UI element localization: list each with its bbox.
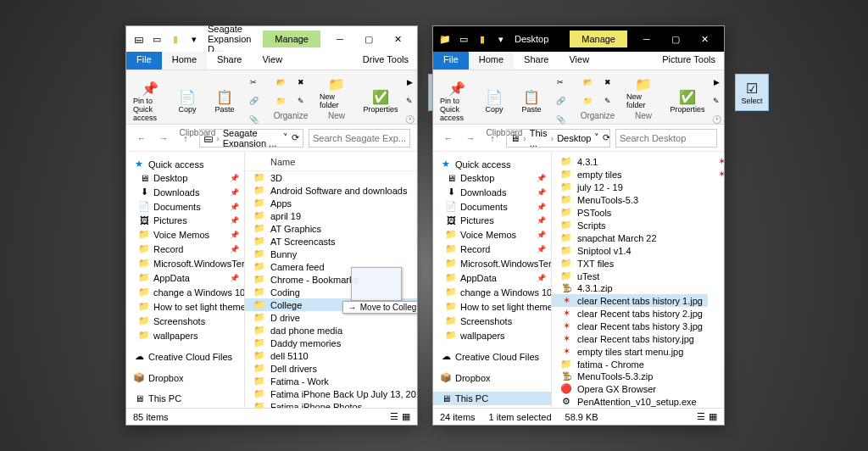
edit-icon[interactable]: ✎ xyxy=(401,92,418,109)
nav-appdata[interactable]: 📁AppData📌 xyxy=(433,270,551,285)
nav-lighttheme[interactable]: 📁How to set light theme for a xyxy=(126,299,244,314)
file-item[interactable]: ✶clear Recent tabs history.jpg xyxy=(552,332,708,345)
copy-path-icon[interactable]: 🔗 xyxy=(552,92,569,109)
titlebar[interactable]: 🖴 ▭ ▮ ▾ Seagate Expansion D... Manage ─ … xyxy=(126,26,417,52)
nav-screenshots[interactable]: 📁Screenshots xyxy=(433,314,551,328)
close-button[interactable]: ✕ xyxy=(690,26,719,52)
properties-button[interactable]: ✅Properties xyxy=(364,82,398,120)
nav-desktop[interactable]: 🖥Desktop📌 xyxy=(126,171,244,185)
tab-home[interactable]: Home xyxy=(162,52,207,70)
copy-button[interactable]: 📄Copy xyxy=(477,82,511,120)
properties-button[interactable]: ✅Properties xyxy=(670,82,704,120)
file-item[interactable]: ⚙PenAttention_v10_setup.exe xyxy=(552,395,708,408)
qat-dropdown-icon[interactable]: ▾ xyxy=(187,32,201,46)
dropdown-icon[interactable]: ˅ xyxy=(594,132,599,143)
search-input[interactable] xyxy=(615,129,717,148)
tab-share[interactable]: Share xyxy=(207,52,252,70)
file-item[interactable]: 📁Bunny xyxy=(245,248,417,260)
nav-documents[interactable]: 📄Documents📌 xyxy=(433,199,551,214)
file-item[interactable]: 📁TXT files xyxy=(552,257,708,270)
delete-icon[interactable]: ✖ xyxy=(599,74,616,91)
tab-view[interactable]: View xyxy=(559,52,599,70)
qat-newfolder-icon[interactable]: ▮ xyxy=(476,32,489,46)
file-item[interactable]: 📁Fatima iPhone Back Up July 13, 2016 xyxy=(245,387,417,400)
nav-voicememos[interactable]: 📁Voice Memos📌 xyxy=(126,227,244,242)
select-button[interactable]: ☑Select xyxy=(735,74,769,111)
nav-appdata[interactable]: 📁AppData📌 xyxy=(126,270,244,285)
titlebar[interactable]: 📁 ▭ ▮ ▾ Desktop Manage ─ ▢ ✕ xyxy=(433,26,724,52)
file-item[interactable]: 📁dell 5110 xyxy=(245,349,417,362)
tab-drivetools[interactable]: Drive Tools xyxy=(354,52,417,70)
nav-mswinterm[interactable]: 📁Microsoft.WindowsTerm📌 xyxy=(126,256,244,270)
edit-icon[interactable]: ✎ xyxy=(708,92,725,109)
file-list[interactable]: 📁4.3.1📁empty tiles📁july 12 - 19📁MenuTool… xyxy=(552,152,724,408)
tab-picturetools[interactable]: Picture Tools xyxy=(654,52,724,70)
back-button[interactable]: ← xyxy=(133,130,150,147)
nav-dropbox[interactable]: 📦Dropbox xyxy=(126,370,244,385)
rename-icon[interactable]: ✎ xyxy=(599,92,616,109)
nav-creative-cloud[interactable]: ☁Creative Cloud Files xyxy=(433,349,551,364)
tab-file[interactable]: File xyxy=(126,52,162,70)
nav-downloads[interactable]: ⬇Downloads📌 xyxy=(433,185,551,199)
forward-button[interactable]: → xyxy=(462,130,479,147)
view-large-icon[interactable]: ▦ xyxy=(709,411,717,422)
file-item[interactable]: ✶Work - Chrome xyxy=(708,168,724,181)
up-button[interactable]: ↑ xyxy=(177,130,194,147)
file-item[interactable]: 📁uTest xyxy=(552,270,708,282)
qat-properties-icon[interactable]: ▭ xyxy=(457,32,470,46)
new-folder-button[interactable]: 📁New folder xyxy=(320,74,353,111)
nav-wallpapers[interactable]: 📁wallpapers xyxy=(433,328,551,342)
file-item[interactable]: 📁Apps xyxy=(245,197,417,209)
file-item[interactable]: ✶clear Recent tabs history 1.jpg xyxy=(552,294,708,307)
nav-this-pc[interactable]: 🖥This PC xyxy=(126,392,244,405)
nav-voicememos[interactable]: 📁Voice Memos📌 xyxy=(433,227,551,242)
nav-record[interactable]: 📁Record📌 xyxy=(433,242,551,256)
pin-to-quick-access-button[interactable]: 📌Pin to Quick access xyxy=(440,82,474,120)
maximize-button[interactable]: ▢ xyxy=(661,26,690,52)
forward-button[interactable]: → xyxy=(155,130,172,147)
pin-to-quick-access-button[interactable]: 📌Pin to Quick access xyxy=(133,82,167,120)
view-details-icon[interactable]: ☰ xyxy=(697,411,705,422)
nav-changew10[interactable]: 📁change a Windows 10 PC n xyxy=(126,285,244,299)
file-item[interactable]: ✶empty tiles start menu.jpg xyxy=(552,345,708,358)
file-item[interactable]: 📁Dell drivers xyxy=(245,362,417,375)
file-item[interactable]: 📁MenuTools-5.3 xyxy=(552,193,708,206)
paste-button[interactable]: 📋Paste xyxy=(208,82,242,120)
tab-view[interactable]: View xyxy=(252,52,292,70)
file-item[interactable]: ✶clear Recent tabs history 2.jpg xyxy=(552,307,708,320)
paste-button[interactable]: 📋Paste xyxy=(515,82,548,120)
tab-file[interactable]: File xyxy=(433,52,469,70)
navigation-pane[interactable]: ★Quick access 🖥Desktop📌 ⬇Downloads📌 📄Doc… xyxy=(126,152,245,408)
file-item[interactable]: 📁fatima - Chrome xyxy=(552,358,708,370)
nav-this-pc[interactable]: 🖥This PC xyxy=(433,392,551,405)
nav-downloads[interactable]: ⬇Downloads📌 xyxy=(126,185,244,199)
file-item[interactable]: 📁Android Software and downloads xyxy=(245,184,417,197)
file-item[interactable]: 📁Fatima - Work xyxy=(245,375,417,387)
minimize-button[interactable]: ─ xyxy=(326,26,354,52)
view-details-icon[interactable]: ☰ xyxy=(390,411,398,422)
open-icon[interactable]: ▶ xyxy=(708,74,725,91)
file-item[interactable]: ✶Testlio - Chrom xyxy=(708,155,724,168)
file-item[interactable]: 📁4.3.1 xyxy=(552,155,708,168)
copy-path-icon[interactable]: 🔗 xyxy=(245,92,262,109)
dropdown-icon[interactable]: ˅ xyxy=(283,132,288,143)
context-tab-manage[interactable]: Manage xyxy=(570,31,627,47)
nav-documents[interactable]: 📄Documents📌 xyxy=(126,199,244,214)
navigation-pane[interactable]: ★Quick access 🖥Desktop📌 ⬇Downloads📌 📄Doc… xyxy=(433,152,552,408)
back-button[interactable]: ← xyxy=(440,130,457,147)
file-item[interactable]: 📁empty tiles xyxy=(552,168,708,181)
nav-quick-access[interactable]: ★Quick access xyxy=(433,157,551,171)
open-icon[interactable]: ▶ xyxy=(401,74,418,91)
copy-button[interactable]: 📄Copy xyxy=(170,82,204,120)
nav-mswinterm[interactable]: 📁Microsoft.WindowsTerm📌 xyxy=(433,256,551,270)
copy-to-icon[interactable]: 📁 xyxy=(579,92,596,109)
tab-share[interactable]: Share xyxy=(514,52,559,70)
up-button[interactable]: ↑ xyxy=(484,130,501,147)
nav-pictures[interactable]: 🖼Pictures📌 xyxy=(126,214,244,227)
nav-record[interactable]: 📁Record📌 xyxy=(126,242,244,256)
file-item[interactable]: 🗜MenuTools-5.3.zip xyxy=(552,370,708,382)
file-item[interactable]: 📁PSTools xyxy=(552,206,708,219)
view-large-icon[interactable]: ▦ xyxy=(402,411,410,422)
maximize-button[interactable]: ▢ xyxy=(354,26,383,52)
file-item[interactable]: 📁dad phone media xyxy=(245,324,417,337)
